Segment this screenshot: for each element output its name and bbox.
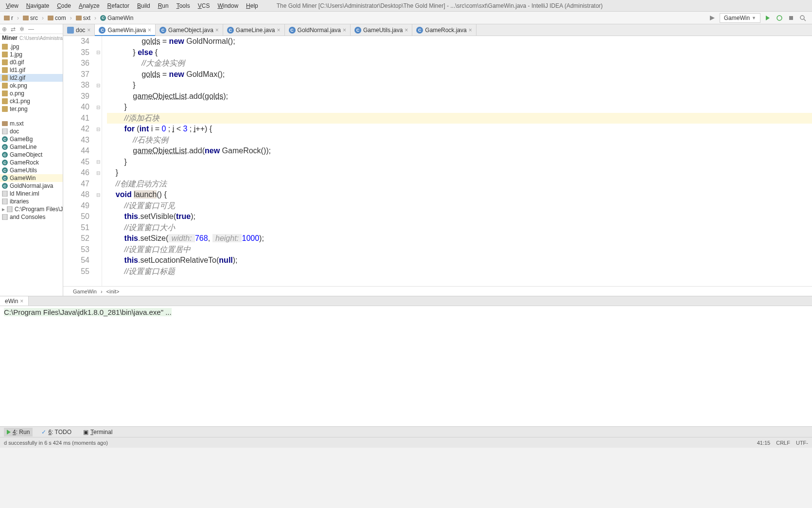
tree-item[interactable]: d0.gif: [0, 58, 63, 66]
breadcrumb-item[interactable]: sxt: [74, 14, 92, 22]
cursor-position[interactable]: 41:15: [757, 440, 771, 446]
fold-marker[interactable]: [94, 211, 102, 222]
fold-marker[interactable]: [94, 58, 102, 69]
target-icon[interactable]: ⊕: [2, 26, 9, 33]
code-line[interactable]: this.setLocationRelativeTo(null);: [107, 255, 812, 266]
collapse-icon[interactable]: ⇄: [11, 26, 18, 33]
code-line[interactable]: //添加石块: [107, 113, 812, 124]
run-button[interactable]: [763, 14, 772, 22]
editor-tab[interactable]: CGoldNormal.java×: [285, 24, 351, 36]
breadcrumb-item[interactable]: CGameWin: [98, 14, 135, 22]
tree-item[interactable]: and Consoles: [0, 213, 63, 221]
tool-tab-term[interactable]: ▣Terminal: [80, 428, 115, 436]
tree-item[interactable]: ld1.gif: [0, 66, 63, 74]
stop-button[interactable]: [787, 14, 795, 22]
code-line[interactable]: //石块实例: [107, 135, 812, 146]
run-tab[interactable]: eWin ×: [0, 296, 29, 306]
menu-build[interactable]: Build: [133, 1, 154, 10]
fold-marker[interactable]: ⊟: [94, 80, 102, 91]
fold-marker[interactable]: [94, 179, 102, 190]
tree-item[interactable]: CGameWin: [0, 174, 63, 182]
hide-icon[interactable]: —: [28, 26, 35, 33]
run-output[interactable]: C:\Program Files\Java\jdk1.8.0_281\bin\j…: [0, 306, 812, 319]
fold-marker[interactable]: [94, 233, 102, 244]
code-line[interactable]: void launch() {: [107, 189, 812, 200]
close-icon[interactable]: ×: [343, 27, 346, 34]
close-icon[interactable]: ×: [148, 27, 151, 34]
editor-tab[interactable]: CGameUtils.java×: [351, 24, 412, 36]
code-line[interactable]: golds = new GoldNormal();: [107, 36, 812, 47]
code-line[interactable]: gameObjectList.add(new GameRock());: [107, 145, 812, 157]
fold-marker[interactable]: ⊟: [94, 102, 102, 113]
tree-item[interactable]: ▸C:\Program Files\Java\jdk: [0, 205, 63, 213]
project-root[interactable]: Miner C:\Users\Administra: [0, 34, 63, 42]
fold-marker[interactable]: [94, 91, 102, 102]
tree-item[interactable]: ld Miner.iml: [0, 190, 63, 198]
fold-marker[interactable]: ⊟: [94, 124, 102, 135]
tree-item[interactable]: CGameBg: [0, 135, 63, 143]
menu-analyze[interactable]: Analyze: [75, 1, 104, 10]
tree-item[interactable]: ld2.gif: [0, 74, 63, 82]
build-icon[interactable]: [708, 14, 717, 22]
close-icon[interactable]: ×: [20, 298, 23, 305]
tree-item[interactable]: CGameObject: [0, 151, 63, 159]
menu-vcs[interactable]: VCS: [194, 1, 214, 10]
menu-code[interactable]: Code: [53, 1, 75, 10]
fold-marker[interactable]: [94, 135, 102, 146]
fold-marker[interactable]: [94, 255, 102, 266]
code-line[interactable]: //创建启动方法: [107, 179, 812, 190]
tree-item[interactable]: .jpg: [0, 43, 63, 51]
close-icon[interactable]: ×: [87, 27, 90, 34]
fold-marker[interactable]: [94, 113, 102, 124]
tree-item[interactable]: o.png: [0, 90, 63, 97]
menu-tools[interactable]: Tools: [173, 1, 194, 10]
fold-marker[interactable]: [94, 222, 102, 234]
code-line[interactable]: this.setSize( width: 768, height: 1000);: [107, 233, 812, 244]
tree-item[interactable]: ck1.png: [0, 97, 63, 105]
editor-tab[interactable]: CGameObject.java×: [156, 24, 223, 36]
editor-tab[interactable]: CGameRock.java×: [412, 24, 476, 36]
tree-item[interactable]: CGameRock: [0, 159, 63, 166]
close-icon[interactable]: ×: [469, 27, 472, 34]
file-encoding[interactable]: UTF-: [796, 440, 808, 446]
fold-gutter[interactable]: ⊟⊟⊟⊟⊟⊟⊟: [94, 36, 102, 286]
tree-item[interactable]: ok.png: [0, 82, 63, 90]
code-line[interactable]: }: [107, 157, 812, 168]
fold-marker[interactable]: [94, 244, 102, 255]
close-icon[interactable]: ×: [277, 27, 281, 34]
fold-marker[interactable]: ⊟: [94, 167, 102, 179]
menu-navigate[interactable]: Navigate: [22, 1, 53, 10]
code-line[interactable]: }: [107, 102, 812, 113]
fold-marker[interactable]: [94, 36, 102, 47]
code-line[interactable]: this.setVisible(true);: [107, 211, 812, 222]
tree-item[interactable]: CGoldNormal.java: [0, 182, 63, 190]
gear-icon[interactable]: ✲: [19, 26, 26, 33]
menu-window[interactable]: Window: [213, 1, 242, 10]
close-icon[interactable]: ×: [405, 27, 408, 34]
code-line[interactable]: }: [107, 80, 812, 91]
fold-marker[interactable]: ⊟: [94, 189, 102, 200]
tree-item[interactable]: ter.png: [0, 105, 63, 113]
fold-marker[interactable]: [94, 266, 102, 277]
menu-run[interactable]: Run: [154, 1, 173, 10]
run-config-dropdown[interactable]: GameWin ▼: [720, 13, 760, 23]
code-line[interactable]: for (int i = 0 ; i < 3 ; i++) {: [107, 124, 812, 135]
fold-marker[interactable]: [94, 69, 102, 80]
breadcrumb-item[interactable]: r: [2, 14, 15, 22]
fold-marker[interactable]: [94, 145, 102, 157]
tree-item[interactable]: ibraries: [0, 198, 63, 205]
debug-button[interactable]: [775, 14, 784, 22]
menu-view[interactable]: View: [2, 1, 22, 10]
fold-marker[interactable]: ⊟: [94, 157, 102, 168]
editor-tab[interactable]: CGameLine.java×: [223, 24, 285, 36]
tool-tab-run[interactable]: 4: Run: [4, 428, 33, 436]
fold-marker[interactable]: [94, 200, 102, 212]
tree-item[interactable]: CGameUtils: [0, 166, 63, 174]
menu-refactor[interactable]: Refactor: [104, 1, 133, 10]
search-icon[interactable]: [798, 14, 807, 22]
code-editor[interactable]: 3435363738394041424344454647484950515253…: [63, 36, 812, 286]
tree-item[interactable]: 1.jpg: [0, 51, 63, 58]
tool-tab-todo[interactable]: ✓6: TODO: [38, 428, 74, 436]
code-line[interactable]: //设置窗口位置居中: [107, 244, 812, 255]
code-line[interactable]: }: [107, 167, 812, 179]
